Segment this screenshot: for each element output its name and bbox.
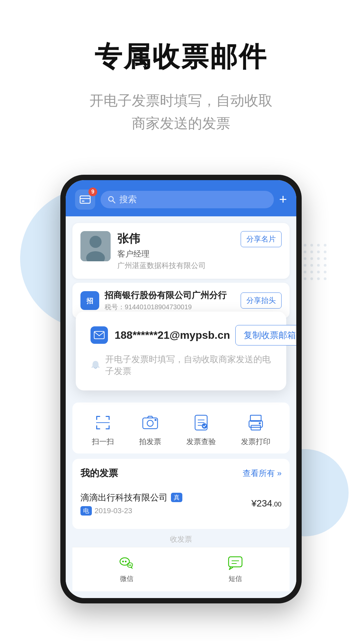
avatar [80,231,111,261]
notification-badge: 9 [88,187,97,196]
invoice-title: 我的发票 [80,467,118,480]
svg-point-14 [317,264,320,267]
invoice-company: 滴滴出行科技有限公司 真 [80,492,182,503]
bottom-nav: 微信 短信 [72,547,290,591]
svg-point-21 [310,277,313,280]
sms-icon [227,554,244,572]
email-address: 188******21@mypsb.cn [115,329,230,341]
scan-icon [92,412,114,433]
email-hint-text: 开电子发票时填写，自动收取商家发送的电子发票 [105,354,272,377]
svg-point-5 [310,251,313,253]
top-section: 专属收票邮件 开电子发票时填写，自动收取 商家发送的发票 [0,0,362,155]
scan-label: 扫一扫 [92,437,114,447]
svg-point-3 [324,244,326,247]
contact-info: 张伟 客户经理 广州湛蓝数据科技有限公司 [117,231,234,271]
svg-point-7 [324,251,326,253]
contact-company: 广州湛蓝数据科技有限公司 [117,261,234,271]
search-bar[interactable]: 搜索 [101,191,274,208]
svg-point-46 [155,419,157,421]
quick-actions: 扫一扫 拍发票 [72,402,290,453]
print-label: 发票打印 [241,437,270,447]
camera-icon [139,412,161,433]
svg-rect-61 [229,557,242,567]
action-verify[interactable]: 发票查验 [186,412,216,447]
invoice-date-row: 电 2019-03-23 [80,506,182,516]
nav-wechat[interactable]: 微信 [118,554,135,583]
svg-point-19 [324,271,326,273]
page-title: 专属收票邮件 [20,40,342,73]
email-row: 188******21@mypsb.cn 复制收票邮箱 [90,325,272,345]
bank-name: 招商银行股份有限公司广州分行 [105,289,235,301]
search-placeholder: 搜索 [119,194,137,205]
svg-rect-40 [96,425,97,429]
action-camera[interactable]: 拍发票 [139,412,161,447]
svg-text:招: 招 [86,297,93,305]
company-name: 滴滴出行科技有限公司 [80,492,168,503]
subtitle-line1: 开电子发票时填写，自动收取 [89,93,273,108]
sms-label: 短信 [229,574,242,583]
add-button[interactable]: + [279,192,287,207]
svg-point-51 [202,423,207,429]
svg-rect-34 [94,331,104,339]
action-print[interactable]: 发票打印 [241,412,270,447]
svg-point-15 [324,264,326,267]
svg-point-60 [130,565,131,566]
svg-point-0 [304,244,306,247]
email-icon [90,326,108,344]
svg-point-9 [310,257,313,260]
svg-point-45 [147,420,153,426]
contact-role: 客户经理 [117,249,234,259]
real-badge: 真 [171,493,182,502]
svg-point-57 [122,560,124,562]
svg-point-27 [109,197,113,201]
nav-sms[interactable]: 短信 [227,554,244,583]
bank-info: 招商银行股份有限公司广州分行 税号：914401018904730019 [105,289,235,312]
verify-icon [190,412,212,433]
bank-icon: 招 [80,291,99,310]
svg-rect-24 [80,196,90,203]
svg-point-58 [125,560,127,562]
invoice-section: 我的发票 查看所有 » 滴滴出行科技有限公司 真 电 2019-03-23 [72,459,290,529]
svg-point-11 [324,257,326,260]
phone-logo-wrap: 9 [75,190,95,210]
svg-point-59 [128,565,130,566]
phone-bottom-content: 扫一扫 拍发票 [66,390,296,598]
svg-line-28 [113,201,115,203]
share-card-button[interactable]: 分享名片 [241,231,282,247]
contact-name: 张伟 [117,231,234,247]
phone-frame: 9 搜索 + [60,175,302,603]
svg-point-17 [310,271,313,273]
svg-point-12 [304,264,306,267]
svg-rect-42 [109,425,110,429]
invoice-item: 滴滴出行科技有限公司 真 电 2019-03-23 ¥234.00 [80,486,282,521]
svg-point-23 [324,277,326,280]
phone-section: 9 搜索 + [0,175,362,603]
svg-point-16 [304,271,306,273]
view-all-link[interactable]: 查看所有 » [243,468,282,479]
svg-point-10 [317,257,320,260]
invoice-left: 滴滴出行科技有限公司 真 电 2019-03-23 [80,492,182,516]
dot-pattern [302,242,342,282]
svg-point-56 [120,558,129,565]
invoice-date: 2019-03-23 [95,506,132,515]
svg-point-20 [304,277,306,280]
svg-point-13 [310,264,313,267]
e-badge: 电 [80,506,92,516]
phone-header: 9 搜索 + [66,180,296,216]
phone-inner: 9 搜索 + [66,180,296,598]
copy-email-button[interactable]: 复制收票邮箱 [235,325,296,345]
bank-tax: 税号：914401018904730019 [105,303,235,312]
svg-point-2 [317,244,320,247]
wechat-icon [118,554,135,572]
bell-icon [90,360,101,370]
email-hint-row: 开电子发票时填写，自动收取商家发送的电子发票 [90,354,272,377]
verify-label: 发票查验 [186,437,216,447]
svg-point-4 [304,251,306,253]
camera-label: 拍发票 [139,437,161,447]
svg-rect-36 [96,416,97,420]
invoice-amount: ¥234.00 [251,498,282,509]
action-scan[interactable]: 扫一扫 [92,412,114,447]
svg-point-18 [317,271,320,273]
share-head-button[interactable]: 分享抬头 [241,292,282,309]
wechat-label: 微信 [120,574,133,583]
